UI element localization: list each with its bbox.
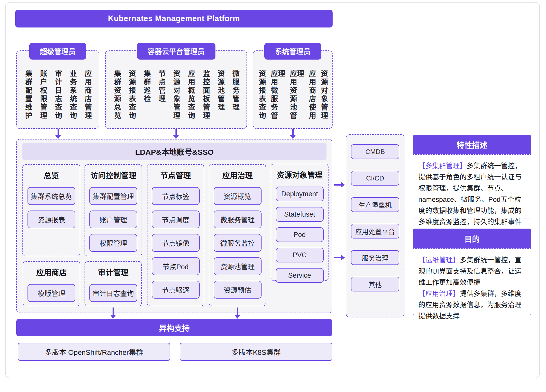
module-item: 资源池管理 [214, 257, 262, 275]
role-group-super-admin: 超级管理员 集群配置维护账户权限管理审计日志查询业务系统查询应用商店管理 [16, 50, 99, 129]
arrow-down-icon [290, 129, 296, 139]
purpose-panel-header: 目的 [413, 229, 531, 248]
module-title: 应用治理 [209, 169, 266, 180]
module-item: 节点驱逐 [152, 281, 200, 299]
module-resource-objects: 资源对象管理 DeploymentStatefusetPodPVCService [271, 164, 329, 281]
role-permission: 资源报表查询 [258, 70, 265, 128]
module-item: 审计日志查询 [89, 284, 137, 302]
auth-bar: LDAP&本地账号&SSO [22, 143, 326, 160]
hetero-support-label: 异构支持 [159, 322, 190, 333]
module-title: 审计管理 [85, 266, 141, 277]
integration-item: CMDB [351, 144, 399, 159]
role-permission: 集群巡检 [143, 70, 150, 128]
cluster-box-openshift-rancher: 多版本 OpenShift/Rancher集群 [18, 343, 170, 361]
purpose-tag: 【应用治理】 [418, 290, 460, 298]
role-permission: 应用商店使用 [308, 70, 315, 128]
role-permission: 资源报表查询 [128, 70, 135, 128]
role-permission: 应用概览查询 [187, 70, 195, 128]
platform-title: Kubernates Management Platform [108, 14, 240, 23]
role-badge: 系统管理员 [264, 43, 321, 60]
module-item-list: 节点标签节点调度节点镜像节点Pod节点驱逐 [147, 187, 204, 299]
module-item: Deployment [276, 187, 324, 201]
module-item: 节点Pod [152, 257, 200, 275]
module-item: 账户管理 [89, 211, 137, 228]
module-item-list: 模版管理 [23, 284, 80, 302]
module-item: 资源预估 [214, 281, 262, 299]
role-permission: 资源池管理 [217, 70, 224, 128]
module-item-list: DeploymentStatefusetPodPVCService [271, 187, 328, 283]
module-title: 节点管理 [147, 169, 204, 180]
role-permission-list: 集群配置维护账户权限管理审计日志查询业务系统查询应用商店管理 [17, 51, 99, 128]
integration-item: 服务治理 [351, 250, 399, 265]
module-item: Statefuset [276, 207, 324, 222]
role-permission: 资源对象管理 [320, 70, 327, 128]
integration-item: CI/CD [351, 171, 399, 186]
module-item: 节点标签 [152, 187, 200, 205]
module-app-store: 应用商店 模版管理 [23, 261, 80, 306]
module-item-list: 集群系统总览资源报表 [23, 187, 80, 228]
module-item: 集群系统总览 [28, 187, 75, 205]
role-permission: 账户权限管理 [39, 70, 47, 128]
role-permission: 应用资源池管理 [289, 70, 303, 128]
role-permission: 节点管理 [158, 70, 165, 128]
module-item: 微服务监控 [214, 234, 262, 252]
role-permission: 业务系统查询 [69, 70, 76, 128]
integration-item: 生产堡垒机 [351, 197, 399, 212]
module-node-management: 节点管理 节点标签节点调度节点镜像节点Pod节点驱逐 [147, 164, 204, 306]
feature-panel-header: 特性描述 [413, 135, 531, 154]
purpose-panel-title: 目的 [465, 233, 480, 244]
module-item: Pod [276, 227, 324, 242]
purpose-tag: 【运维管理】 [418, 256, 460, 264]
arrow-right-icon [334, 255, 345, 261]
purpose-entry: 【应用治理】提供多集群，多维度的应用资源数据信息，为服务治理提供数据支撑 [418, 288, 526, 322]
role-permission-list: 资源报表查询应用微服务管理应用资源池管理应用商店使用资源对象管理 [253, 51, 332, 128]
cluster-box-k8s: 多版本K8S集群 [180, 343, 332, 361]
feature-text: 多集群统一管控，提供基于角色的多租户统一认证与权限管理，提供集群、节点、name… [418, 162, 522, 237]
role-permission-list: 集群资源总览资源报表查询集群巡检节点管理资源对象管理应用概览查询监控面板管理资源… [106, 51, 247, 128]
role-permission: 集群资源总览 [113, 70, 120, 128]
module-item-list: 审计日志查询 [85, 284, 141, 302]
role-badge: 容器云平台管理员 [137, 43, 215, 60]
module-item-list: 资源概览微服务管理微服务监控资源池管理资源预估 [209, 187, 266, 299]
role-badge: 超级管理员 [29, 43, 86, 60]
feature-panel-title: 特性描述 [457, 139, 487, 150]
auth-bar-label: LDAP&本地账号&SSO [135, 146, 214, 157]
module-app-governance: 应用治理 资源概览微服务管理微服务监控资源池管理资源预估 [209, 164, 266, 306]
integration-item: 其他 [351, 277, 399, 291]
role-group-system-admin: 系统管理员 资源报表查询应用微服务管理应用资源池管理应用商店使用资源对象管理 [253, 50, 333, 129]
role-permission: 应用微服务管理 [270, 70, 284, 128]
arrow-down-icon [173, 129, 179, 139]
purpose-entry: 【运维管理】多集群统一管控，直观的UI界面支持及信息整合，让运维工作更加高效便捷 [418, 255, 526, 288]
role-permission: 应用商店管理 [84, 70, 91, 128]
module-audit-management: 审计管理 审计日志查询 [85, 261, 142, 306]
role-permission: 微服务管理 [232, 70, 239, 128]
module-item-list: 集群配置管理账户管理权限管理 [85, 187, 142, 252]
module-item: 集群配置管理 [89, 187, 137, 205]
module-overview: 总览 集群系统总览资源报表 [22, 164, 80, 256]
arrow-down-icon [110, 307, 116, 319]
arrow-down-icon [55, 129, 61, 139]
arrow-right-icon [334, 182, 345, 188]
module-item: PVC [276, 248, 324, 262]
module-item: 微服务管理 [214, 211, 262, 228]
module-item: 权限管理 [89, 234, 137, 252]
module-item: 资源概览 [214, 187, 262, 205]
module-item: 节点镜像 [152, 234, 200, 252]
architecture-diagram: Kubernates Management Platform 超级管理员 集群配… [0, 0, 546, 392]
module-item: 模版管理 [28, 284, 75, 302]
platform-title-bar: Kubernates Management Platform [15, 10, 333, 27]
module-access-control: 访问控制管理 集群配置管理账户管理权限管理 [85, 164, 142, 256]
module-title: 资源对象管理 [271, 169, 328, 180]
role-group-container-cloud-admin: 容器云平台管理员 集群资源总览资源报表查询集群巡检节点管理资源对象管理应用概览查… [105, 50, 247, 129]
role-permission: 审计日志查询 [54, 70, 61, 128]
arrow-down-icon [234, 307, 240, 319]
module-item: Service [276, 268, 324, 283]
integration-list: CMDBCI/CD生产堡垒机应用处置平台服务治理其他 [346, 134, 404, 317]
feature-tag: 【多集群管理】 [418, 162, 467, 170]
module-item: 节点调度 [152, 211, 200, 228]
module-title: 访问控制管理 [85, 169, 142, 180]
integration-item: 应用处置平台 [351, 224, 399, 239]
module-title: 应用商店 [23, 266, 80, 277]
role-permission: 集群配置维护 [24, 70, 32, 128]
feature-panel-body: 【多集群管理】多集群统一管控，提供基于角色的多租户统一认证与权限管理，提供集群、… [413, 154, 531, 218]
